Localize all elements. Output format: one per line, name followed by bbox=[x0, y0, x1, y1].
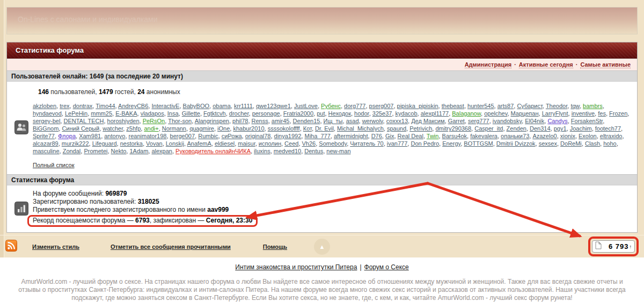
online-user-link[interactable]: iluxins bbox=[254, 148, 270, 154]
online-user-link[interactable]: z5hfp bbox=[126, 125, 141, 132]
mark-read-link[interactable]: Отметить все сообщения прочитанными bbox=[111, 243, 231, 250]
online-user-link[interactable]: El04nik bbox=[525, 118, 544, 124]
online-user-link[interactable]: masculine bbox=[33, 148, 60, 154]
online-user-link[interactable]: quagmire bbox=[189, 125, 214, 132]
online-user-link[interactable]: thebeast bbox=[442, 103, 464, 109]
online-user-link[interactable]: ivan777 bbox=[387, 140, 408, 147]
online-user-link[interactable]: Xam981 bbox=[79, 133, 101, 139]
online-user-link[interactable]: medved10 bbox=[274, 148, 301, 154]
online-user-link[interactable]: Lifeguard bbox=[92, 140, 117, 147]
online-user-link[interactable]: Ceed bbox=[284, 140, 298, 147]
help-link[interactable]: Помощь bbox=[263, 243, 287, 250]
online-user-link[interactable]: Insa bbox=[167, 110, 179, 117]
online-user-link[interactable]: Don Pedro bbox=[411, 140, 439, 147]
online-user-link[interactable]: Miha_777 bbox=[304, 133, 330, 139]
change-style-link[interactable]: Изменить стиль bbox=[32, 243, 79, 250]
online-user-link[interactable]: opelchev bbox=[484, 110, 507, 117]
online-user-link[interactable]: опаньки73 bbox=[501, 133, 529, 139]
online-user-link[interactable]: Energy bbox=[442, 140, 460, 147]
online-user-link[interactable]: Exolon bbox=[579, 133, 597, 139]
online-user-link[interactable]: original78 bbox=[245, 133, 271, 139]
online-user-link[interactable]: dontrax bbox=[73, 103, 93, 109]
online-user-link[interactable]: horoshiyden bbox=[107, 118, 140, 124]
online-user-link[interactable]: hoho bbox=[603, 140, 616, 147]
online-user-link[interactable]: Ищ_ты bbox=[324, 118, 343, 124]
online-user-link[interactable]: pgy1 bbox=[554, 125, 567, 132]
online-user-link[interactable]: Somebody bbox=[319, 140, 347, 147]
online-user-link[interactable]: nestorka bbox=[120, 140, 143, 147]
online-user-link[interactable]: alcazar89 bbox=[33, 140, 58, 147]
online-user-link[interactable]: maisur bbox=[238, 140, 255, 147]
online-user-link[interactable]: Неходок bbox=[328, 110, 351, 117]
online-user-link[interactable]: akzloben bbox=[33, 103, 56, 109]
online-user-link[interactable]: dorg777 bbox=[344, 103, 365, 109]
online-user-link[interactable]: pipiska_pipiskin bbox=[397, 103, 438, 109]
online-user-link[interactable]: Dentus bbox=[304, 148, 323, 154]
online-user-link[interactable]: LePeHin bbox=[65, 110, 87, 117]
online-user-link[interactable]: Gix bbox=[385, 133, 394, 139]
online-user-link[interactable]: ForsakenStr bbox=[571, 118, 603, 124]
online-user-link[interactable]: arts87 bbox=[497, 103, 514, 109]
online-user-link[interactable]: bambrs bbox=[583, 103, 603, 109]
online-user-link[interactable]: fes bbox=[598, 110, 606, 117]
online-user-link[interactable]: Флора bbox=[58, 133, 76, 139]
full-list-link[interactable]: Полный список bbox=[33, 162, 75, 168]
online-user-link[interactable]: Casper_itd bbox=[474, 125, 503, 132]
online-user-link[interactable]: alexpan bbox=[151, 148, 172, 154]
online-user-link[interactable]: ivandobsky bbox=[493, 118, 522, 124]
online-user-link[interactable]: trex bbox=[60, 103, 69, 109]
online-user-link[interactable]: murzik222 bbox=[62, 140, 89, 147]
online-user-link[interactable]: Theodor bbox=[546, 103, 567, 109]
online-user-link[interactable]: amir45 bbox=[272, 118, 290, 124]
online-user-link[interactable]: Denden15 bbox=[293, 118, 320, 124]
online-user-link[interactable]: исполин bbox=[259, 140, 281, 147]
online-user-link[interactable]: pserg007 bbox=[369, 103, 394, 109]
online-user-link[interactable]: spaund bbox=[387, 125, 406, 132]
online-user-link[interactable]: Balaganow bbox=[452, 110, 481, 117]
online-user-link[interactable]: 325e37 bbox=[372, 110, 392, 117]
newest-member-link[interactable]: aav999 bbox=[207, 206, 229, 213]
online-user-link[interactable]: tqw bbox=[570, 103, 580, 109]
footer-sex-forum-link[interactable]: Форум о Сексе bbox=[364, 263, 409, 271]
online-user-link[interactable]: reanimator198 bbox=[129, 133, 167, 139]
online-user-link[interactable]: LarryFlynt bbox=[542, 110, 568, 117]
online-user-link[interactable]: Alangrinspen bbox=[195, 118, 229, 124]
nav-most-active-link[interactable]: Самые активные bbox=[580, 61, 631, 68]
online-user-link[interactable]: qwe123qwe1 bbox=[256, 103, 291, 109]
online-user-link[interactable]: dmitry290368 bbox=[435, 125, 471, 132]
online-user-link[interactable]: xionix bbox=[560, 133, 575, 139]
online-user-link[interactable]: hodor bbox=[354, 110, 369, 117]
online-user-link[interactable]: hunter545 bbox=[467, 103, 494, 109]
online-user-link[interactable]: sexsex bbox=[539, 140, 557, 147]
online-user-link[interactable]: andi+ bbox=[144, 125, 158, 132]
online-user-link[interactable]: Vh26 bbox=[302, 140, 316, 147]
online-user-link[interactable]: Den314 bbox=[530, 125, 551, 132]
online-user-link[interactable]: InteractivE bbox=[151, 103, 179, 109]
online-user-link[interactable]: footech77 bbox=[595, 125, 621, 132]
online-user-link[interactable]: Дед Максим bbox=[411, 118, 444, 124]
nav-administration-link[interactable]: Администрация bbox=[465, 61, 512, 68]
online-user-link[interactable]: eltraxido bbox=[600, 133, 623, 139]
online-user-link[interactable]: watcher bbox=[103, 125, 123, 132]
footer-dating-link[interactable]: Интим знакомства и проститутки Питера bbox=[235, 263, 357, 271]
online-user-link[interactable]: sergey-bel bbox=[33, 118, 60, 124]
online-user-link[interactable]: serg777 bbox=[468, 118, 489, 124]
scroll-top-button[interactable]: ▲ bbox=[314, 239, 330, 255]
online-user-link[interactable]: alexpl1177 bbox=[421, 110, 449, 117]
online-user-link[interactable]: Azazelo0 bbox=[532, 133, 557, 139]
online-user-link[interactable]: PeRsOn bbox=[143, 118, 165, 124]
online-user-link[interactable]: E-BAKA bbox=[115, 110, 137, 117]
online-user-link[interactable]: Марцепан bbox=[511, 110, 539, 117]
online-user-link[interactable]: Руководитель онлайнЧИКА bbox=[175, 148, 251, 154]
online-user-link[interactable]: Dr. Evil bbox=[315, 125, 334, 132]
nav-active-today-link[interactable]: Активные сегодня bbox=[519, 61, 573, 68]
online-user-link[interactable]: Frozen bbox=[609, 110, 627, 117]
online-user-link[interactable]: asad bbox=[346, 118, 359, 124]
online-user-link[interactable]: Lonskij bbox=[166, 140, 184, 147]
online-user-link[interactable]: Fgtktcvh bbox=[203, 110, 226, 117]
online-user-link[interactable]: Кот bbox=[303, 125, 312, 132]
online-user-link[interactable]: krr1111 bbox=[234, 103, 253, 109]
online-user-link[interactable]: Rumbic bbox=[198, 133, 218, 139]
online-user-link[interactable]: Gillette bbox=[182, 110, 200, 117]
online-user-link[interactable]: Рубенс bbox=[321, 103, 341, 109]
